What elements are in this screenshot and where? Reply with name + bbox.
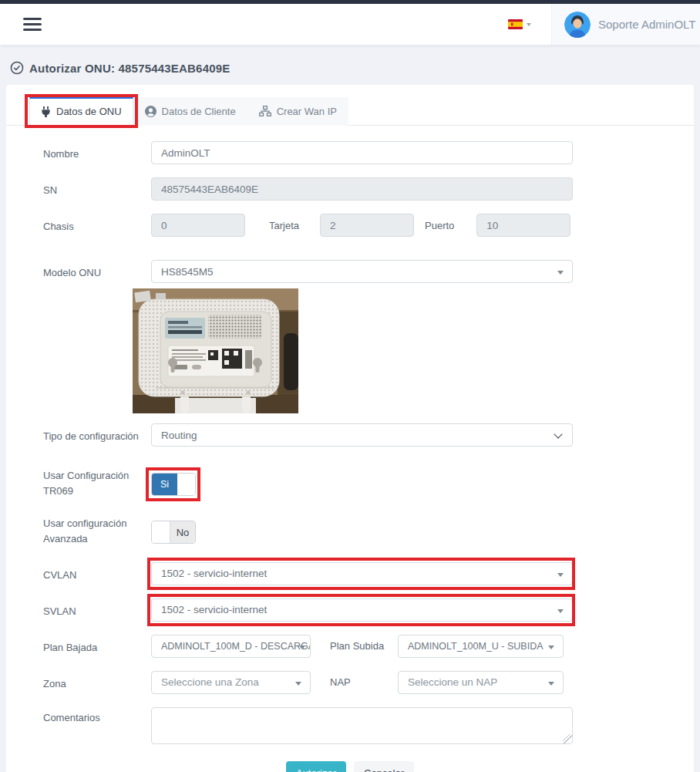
form-actions: Autorizar Cancelar bbox=[6, 761, 694, 772]
tab-bar: Datos de ONU Datos de Cliente bbox=[6, 85, 694, 126]
nombre-input[interactable] bbox=[151, 141, 573, 164]
caret-down-icon bbox=[557, 271, 564, 275]
caret-down-icon bbox=[557, 573, 564, 577]
sn-label: SN bbox=[43, 177, 151, 198]
tipo-configuracion-label: Tipo de configuración bbox=[43, 423, 151, 444]
caret-down-icon bbox=[299, 646, 305, 649]
field-sn: SN bbox=[6, 177, 694, 201]
chevron-down-icon bbox=[527, 23, 531, 26]
nombre-label: Nombre bbox=[43, 141, 151, 162]
field-avanzada: Usar configuración Avanzada No bbox=[6, 514, 694, 547]
tab-label: Datos de ONU bbox=[56, 106, 122, 117]
svlan-value: 1502 - servicio-internet bbox=[161, 604, 267, 615]
check-circle-icon bbox=[10, 61, 24, 75]
field-modelo-onu: Modelo ONU HS8545M5 bbox=[6, 260, 694, 283]
tr069-label: Usar Configuración TR069 bbox=[43, 467, 151, 499]
chasis-label: Chasis bbox=[43, 214, 151, 234]
modelo-onu-value: HS8545M5 bbox=[161, 266, 214, 278]
page-title-text: Autorizar ONU: 48575443EAB6409E bbox=[29, 62, 230, 75]
user-circle-icon bbox=[145, 106, 156, 117]
plan-subida-label: Plan Subida bbox=[330, 635, 398, 652]
plan-bajada-label: Plan Bajada bbox=[43, 635, 151, 656]
nap-placeholder: Seleccione un NAP bbox=[408, 676, 497, 688]
chevron-down-icon bbox=[554, 430, 562, 438]
field-chasis-tarjeta-puerto: Chasis Tarjeta Puerto bbox=[6, 214, 694, 237]
modelo-onu-label: Modelo ONU bbox=[43, 260, 151, 281]
puerto-input bbox=[476, 214, 570, 237]
tr069-toggle[interactable]: Si bbox=[151, 473, 196, 496]
nap-label: NAP bbox=[330, 671, 398, 688]
tipo-configuracion-select[interactable]: Routing bbox=[151, 423, 573, 447]
menu-toggle-button[interactable] bbox=[23, 18, 42, 31]
tab-datos-de-onu[interactable]: Datos de ONU bbox=[29, 97, 133, 126]
cvlan-select[interactable]: 1502 - servicio-internet bbox=[151, 562, 573, 585]
zona-placeholder: Seleccione una Zona bbox=[161, 676, 259, 688]
avanzada-toggle[interactable]: No bbox=[151, 521, 196, 544]
avanzada-label: Usar configuración Avanzada bbox=[43, 514, 151, 547]
cvlan-value: 1502 - servicio-internet bbox=[161, 568, 267, 579]
toggle-knob bbox=[177, 474, 195, 495]
tab-datos-de-cliente[interactable]: Datos de Cliente bbox=[133, 97, 247, 126]
toggle-off-label: No bbox=[170, 521, 195, 543]
tarjeta-input bbox=[320, 214, 414, 237]
page-title: Autorizar ONU: 48575443EAB6409E bbox=[0, 45, 700, 85]
user-name: Soporte AdminOLT bbox=[598, 18, 695, 31]
language-selector[interactable] bbox=[508, 19, 531, 29]
svlan-label: SVLAN bbox=[43, 598, 151, 619]
avatar bbox=[564, 12, 591, 38]
tab-label: Crear Wan IP bbox=[277, 106, 337, 117]
chasis-input bbox=[151, 214, 245, 237]
nap-select[interactable]: Seleccione un NAP bbox=[398, 671, 564, 694]
authorize-button[interactable]: Autorizar bbox=[286, 761, 346, 772]
modelo-onu-select[interactable]: HS8545M5 bbox=[151, 260, 573, 283]
plan-subida-value: ADMINOLT_100M_U - SUBIDA bbox=[408, 641, 544, 652]
zona-select[interactable]: Seleccione una Zona bbox=[151, 671, 311, 694]
field-cvlan: CVLAN 1502 - servicio-internet bbox=[6, 562, 694, 585]
comentarios-textarea[interactable] bbox=[151, 707, 573, 744]
field-planes: Plan Bajada ADMINOLT_100M_D - DESCARGA P… bbox=[6, 635, 694, 658]
toggle-knob bbox=[152, 521, 170, 543]
zona-label: Zona bbox=[43, 671, 151, 692]
caret-down-icon bbox=[295, 682, 301, 686]
user-menu[interactable]: Soporte AdminOLT bbox=[551, 4, 700, 45]
form-card: Datos de ONU Datos de Cliente bbox=[6, 85, 694, 772]
plan-subida-select[interactable]: ADMINOLT_100M_U - SUBIDA bbox=[398, 635, 564, 658]
toggle-on-label: Si bbox=[152, 474, 177, 495]
plan-bajada-value: ADMINOLT_100M_D - DESCARGA bbox=[161, 641, 311, 652]
field-tipo-configuracion: Tipo de configuración Routing bbox=[6, 423, 694, 447]
field-nombre: Nombre bbox=[6, 141, 694, 164]
field-comentarios: Comentarios bbox=[6, 707, 694, 747]
plug-icon bbox=[41, 106, 51, 117]
cvlan-label: CVLAN bbox=[43, 562, 151, 583]
tarjeta-label: Tarjeta bbox=[269, 220, 299, 231]
caret-down-icon bbox=[548, 682, 554, 686]
field-svlan: SVLAN 1502 - servicio-internet bbox=[6, 598, 694, 622]
comentarios-label: Comentarios bbox=[43, 707, 151, 726]
spain-flag-icon bbox=[508, 19, 523, 29]
plan-bajada-select[interactable]: ADMINOLT_100M_D - DESCARGA bbox=[151, 635, 311, 658]
sitemap-icon bbox=[259, 106, 271, 116]
onu-form: Nombre SN Chasis Tarjeta Puerto bbox=[6, 126, 694, 772]
caret-down-icon bbox=[548, 646, 554, 649]
cancel-button[interactable]: Cancelar bbox=[354, 761, 414, 772]
tipo-configuracion-value: Routing bbox=[161, 430, 197, 441]
tab-crear-wan-ip[interactable]: Crear Wan IP bbox=[247, 97, 348, 126]
svlan-select[interactable]: 1502 - servicio-internet bbox=[151, 598, 573, 622]
sn-input bbox=[151, 177, 573, 201]
tab-label: Datos de Cliente bbox=[162, 106, 236, 117]
caret-down-icon bbox=[557, 609, 564, 613]
field-tr069: Usar Configuración TR069 Si bbox=[6, 467, 694, 499]
field-zona-nap: Zona Seleccione una Zona NAP Seleccione … bbox=[6, 671, 694, 694]
navbar: Soporte AdminOLT bbox=[0, 4, 700, 45]
puerto-label: Puerto bbox=[425, 220, 454, 231]
screen: Soporte AdminOLT Autorizar ONU: 48575443… bbox=[0, 0, 700, 772]
onu-photo-image bbox=[133, 288, 298, 413]
